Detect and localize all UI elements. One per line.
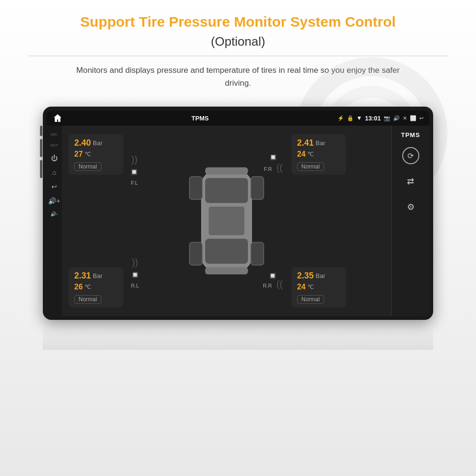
side-btn-vol-up[interactable] — [40, 139, 42, 157]
rst-label: RST — [50, 143, 58, 148]
tire-rr-temp: 24 — [297, 283, 306, 291]
sidebar-home-icon[interactable]: ⌂ — [52, 169, 56, 176]
side-buttons — [40, 126, 42, 178]
tpms-content: 2.40 Bar 27 ℃ Normal )) 🔲 F.L — [62, 126, 391, 316]
fl-tire-icon: 🔲 — [131, 169, 138, 175]
fl-label: F.L — [131, 180, 138, 186]
tire-rr-box: 2.35 Bar 24 ℃ Normal — [291, 267, 346, 307]
tire-rr-pressure-unit: Bar — [316, 272, 325, 279]
svg-rect-7 — [251, 177, 264, 199]
sync-icon[interactable]: ⟳ — [402, 147, 419, 164]
svg-rect-2 — [205, 239, 248, 264]
sidebar-vol-down-icon[interactable]: 🔊- — [50, 211, 58, 217]
speaker-icon[interactable]: 🔊 — [393, 115, 400, 121]
rl-label: R.L — [131, 283, 139, 288]
close-icon[interactable]: ✕ — [403, 115, 407, 121]
tire-fl-box: 2.40 Bar 27 ℃ Normal — [69, 134, 123, 175]
usb-icon: ⚡ — [337, 115, 344, 121]
subtitle: (Optional) — [29, 34, 447, 49]
settings-icon[interactable]: ⚙ — [402, 198, 419, 216]
tire-fr-status: Normal — [297, 162, 324, 171]
rr-tire-icon: 🔲 — [263, 273, 283, 279]
status-left — [52, 113, 63, 123]
rl-sensor-wave: )) 🔲 R.L — [131, 257, 139, 290]
tire-fr-temp-unit: ℃ — [307, 151, 314, 158]
screen: TPMS ⚡ 🔒 ▼ 13:01 📷 🔊 ✕ ⬜ ↩ M — [47, 110, 429, 316]
wifi-icon: ▼ — [357, 115, 362, 121]
time-display: 13:01 — [365, 115, 381, 122]
back-icon[interactable]: ↩ — [419, 115, 424, 121]
tire-rr-temp-unit: ℃ — [307, 284, 314, 290]
window-icon[interactable]: ⬜ — [410, 115, 416, 121]
car-top-view — [179, 149, 274, 292]
lock-icon: 🔒 — [347, 115, 354, 121]
camera-icon[interactable]: 📷 — [384, 115, 390, 121]
svg-rect-1 — [205, 178, 248, 203]
tire-fr-pressure-row: 2.41 Bar — [297, 138, 340, 148]
tire-fr-temp: 24 — [297, 150, 306, 159]
tire-fl-pressure-unit: Bar — [93, 139, 102, 147]
power-icon[interactable]: ⏻ — [51, 154, 58, 162]
tire-rl-temp-unit: ℃ — [85, 284, 91, 290]
tire-rl-temp: 26 — [74, 283, 83, 291]
tire-fr-pressure: 2.41 — [297, 138, 314, 148]
fl-sensor-wave: )) 🔲 F.L — [131, 154, 138, 187]
tpms-main: MIC RST ⏻ ⌂ ↩ 🔊+ 🔊- 2.40 Bar — [47, 126, 429, 316]
svg-rect-8 — [189, 242, 202, 265]
tire-rr-pressure-row: 2.35 Bar — [297, 271, 340, 281]
tire-fr-pressure-unit: Bar — [316, 139, 325, 147]
mic-label: MIC — [51, 132, 58, 137]
tire-rl-box: 2.31 Bar 26 ℃ Normal — [69, 267, 123, 307]
tire-fl-temp: 27 — [74, 150, 83, 159]
main-title: Support Tire Pressure Monitor System Con… — [29, 13, 447, 30]
svg-rect-3 — [205, 168, 248, 175]
page-wrapper: Support Tire Pressure Monitor System Con… — [0, 0, 476, 476]
divider — [29, 56, 447, 56]
home-icon[interactable] — [52, 113, 63, 123]
tire-rl-pressure-unit: Bar — [93, 272, 102, 279]
device-reflection — [43, 324, 433, 350]
tire-fl-pressure: 2.40 — [74, 138, 91, 148]
tire-fl-temp-unit: ℃ — [85, 151, 91, 158]
left-sidebar: MIC RST ⏻ ⌂ ↩ 🔊+ 🔊- — [47, 126, 62, 316]
side-btn-vol-down[interactable] — [40, 160, 42, 178]
tire-rl-pressure-row: 2.31 Bar — [74, 271, 118, 281]
sidebar-vol-up-icon[interactable]: 🔊+ — [48, 197, 60, 205]
rr-sensor-wave: 🔲 R.R (( — [263, 273, 283, 290]
tire-rr-status: Normal — [297, 295, 324, 304]
rr-label: R.R — [263, 283, 272, 288]
device-frame: TPMS ⚡ 🔒 ▼ 13:01 📷 🔊 ✕ ⬜ ↩ M — [43, 107, 433, 320]
tire-fr-temp-row: 24 ℃ — [297, 150, 340, 159]
tire-fr-box: 2.41 Bar 24 ℃ Normal — [291, 134, 346, 175]
status-icons: ⚡ 🔒 ▼ 13:01 📷 🔊 ✕ ⬜ ↩ — [337, 115, 424, 122]
tpms-panel: TPMS ⟳ ⇄ ⚙ — [391, 126, 429, 316]
tire-rr-temp-row: 24 ℃ — [297, 283, 340, 291]
tire-fl-status: Normal — [74, 162, 101, 171]
tire-rl-pressure: 2.31 — [74, 271, 91, 281]
tire-fl-pressure-row: 2.40 Bar — [74, 138, 118, 148]
sidebar-back-icon[interactable]: ↩ — [51, 183, 57, 190]
tire-fl-temp-row: 27 ℃ — [74, 150, 118, 159]
tpms-panel-label: TPMS — [401, 131, 420, 139]
transfer-icon[interactable]: ⇄ — [402, 173, 419, 190]
tire-rl-status: Normal — [74, 295, 101, 304]
tire-rl-temp-row: 26 ℃ — [74, 283, 118, 291]
status-bar-title: TPMS — [67, 115, 334, 122]
svg-rect-5 — [209, 207, 245, 235]
side-btn-1[interactable] — [40, 126, 42, 136]
rl-tire-icon: 🔲 — [132, 272, 139, 278]
svg-rect-4 — [205, 268, 248, 275]
svg-rect-9 — [251, 242, 264, 265]
tire-rr-pressure: 2.35 — [297, 271, 314, 281]
status-bar: TPMS ⚡ 🔒 ▼ 13:01 📷 🔊 ✕ ⬜ ↩ — [47, 110, 429, 126]
svg-rect-6 — [189, 177, 202, 199]
